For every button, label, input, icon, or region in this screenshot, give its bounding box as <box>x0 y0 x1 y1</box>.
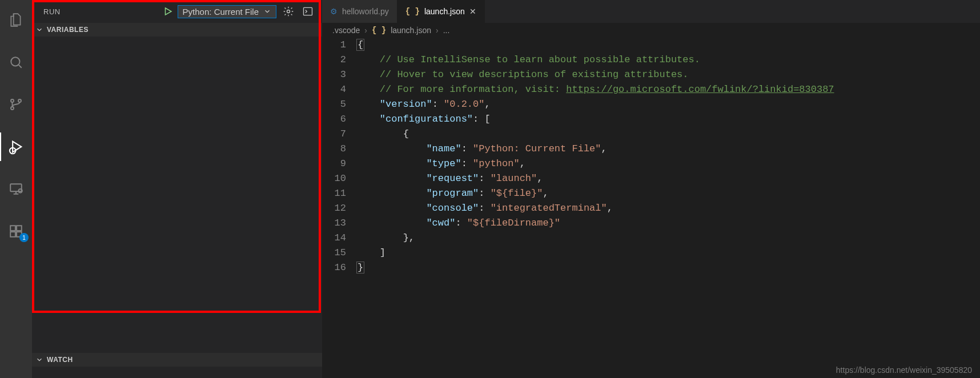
start-debug-button[interactable] <box>163 6 173 17</box>
python-icon: ⚙ <box>330 7 338 16</box>
debug-config-label: Python: Current File <box>183 7 259 17</box>
line-number: 4 <box>322 82 346 97</box>
search-icon <box>9 55 23 70</box>
svg-point-11 <box>287 10 290 13</box>
line-number: 10 <box>322 171 346 186</box>
chevron-down-icon <box>35 26 43 34</box>
svg-point-3 <box>18 99 21 102</box>
line-number: 2 <box>322 53 346 67</box>
svg-rect-10 <box>17 226 22 231</box>
chevron-down-icon <box>263 7 271 15</box>
activity-bar: 1 <box>0 0 32 378</box>
branch-icon <box>9 97 23 112</box>
svg-rect-8 <box>10 232 15 237</box>
line-number: 16 <box>322 260 346 275</box>
code-line[interactable]: "name": "Python: Current File", <box>356 142 980 156</box>
watermark: https://blog.csdn.net/weixin_39505820 <box>836 365 972 375</box>
tab-helloworld[interactable]: ⚙ helloworld.py <box>322 0 397 23</box>
code-line[interactable]: "program": "${file}", <box>356 186 980 201</box>
close-icon[interactable]: ✕ <box>469 7 476 16</box>
activity-run-debug[interactable] <box>0 132 32 161</box>
breadcrumb-segment[interactable]: .vscode <box>332 26 360 35</box>
play-icon <box>163 6 173 17</box>
debug-settings-button[interactable] <box>281 4 296 19</box>
editor-tabs: ⚙ helloworld.py { } launch.json ✕ <box>322 0 980 23</box>
code-line[interactable]: ] <box>356 246 980 260</box>
code-content[interactable]: { // Use IntelliSense to learn about pos… <box>356 38 980 378</box>
watch-section-label: WATCH <box>47 356 73 364</box>
svg-rect-7 <box>10 226 15 231</box>
code-line[interactable]: { <box>356 38 980 53</box>
line-number: 3 <box>322 67 346 82</box>
breadcrumbs[interactable]: .vscode › { } launch.json › ... <box>322 23 980 38</box>
svg-rect-12 <box>304 7 312 15</box>
remote-icon <box>9 182 23 196</box>
chevron-down-icon <box>35 356 43 364</box>
line-number: 15 <box>322 246 346 260</box>
code-line[interactable]: "version": "0.2.0", <box>356 97 980 112</box>
line-number: 6 <box>322 112 346 127</box>
breadcrumb-segment[interactable]: ... <box>443 26 450 35</box>
svg-point-0 <box>11 57 19 66</box>
code-line[interactable]: "type": "python", <box>356 156 980 171</box>
line-number: 14 <box>322 231 346 246</box>
terminal-icon <box>302 6 314 17</box>
svg-point-6 <box>18 189 22 193</box>
tab-label: helloworld.py <box>342 7 389 16</box>
debug-console-button[interactable] <box>300 4 315 19</box>
code-line[interactable]: } <box>356 260 980 275</box>
activity-search[interactable] <box>0 48 32 77</box>
gear-icon <box>283 6 294 17</box>
breadcrumb-segment[interactable]: launch.json <box>391 26 431 35</box>
editor-area: ⚙ helloworld.py { } launch.json ✕ .vscod… <box>322 0 980 378</box>
line-number: 5 <box>322 97 346 112</box>
json-icon: { } <box>405 7 420 16</box>
debug-config-select[interactable]: Python: Current File <box>178 5 276 18</box>
line-gutter: 12345678910111213141516 <box>322 38 356 378</box>
watch-section-header[interactable]: WATCH <box>32 353 322 367</box>
watch-section-body <box>32 367 322 378</box>
code-line[interactable]: }, <box>356 231 980 246</box>
json-icon: { } <box>372 26 386 35</box>
code-line[interactable]: // For more information, visit: https://… <box>356 82 980 97</box>
variables-section-label: VARIABLES <box>47 26 89 34</box>
variables-section-body <box>32 37 322 353</box>
line-number: 12 <box>322 201 346 216</box>
tab-label: launch.json <box>424 7 465 16</box>
debug-icon <box>8 139 24 155</box>
code-editor[interactable]: 12345678910111213141516 { // Use Intelli… <box>322 38 980 378</box>
svg-point-2 <box>11 107 14 110</box>
variables-section-header[interactable]: VARIABLES <box>32 23 322 37</box>
run-panel: RUN Python: Current File VARIABLES WATCH <box>32 0 322 378</box>
svg-point-1 <box>11 99 14 102</box>
line-number: 13 <box>322 216 346 231</box>
code-line[interactable]: "request": "launch", <box>356 171 980 186</box>
extensions-badge: 1 <box>19 233 29 242</box>
line-number: 11 <box>322 186 346 201</box>
activity-remote[interactable] <box>0 175 32 203</box>
activity-explorer[interactable] <box>0 6 32 34</box>
code-line[interactable]: "configurations": [ <box>356 112 980 127</box>
code-line[interactable]: // Hover to view descriptions of existin… <box>356 67 980 82</box>
code-line[interactable]: { <box>356 127 980 142</box>
code-line[interactable]: "cwd": "${fileDirname}" <box>356 216 980 231</box>
files-icon <box>9 13 23 27</box>
line-number: 7 <box>322 127 346 142</box>
activity-scm[interactable] <box>0 90 32 119</box>
line-number: 1 <box>322 38 346 53</box>
svg-rect-5 <box>10 184 22 191</box>
line-number: 8 <box>322 142 346 156</box>
chevron-right-icon: › <box>364 26 367 35</box>
chevron-right-icon: › <box>436 26 439 35</box>
tab-launch-json[interactable]: { } launch.json ✕ <box>397 0 485 23</box>
activity-extensions[interactable]: 1 <box>0 217 32 246</box>
line-number: 9 <box>322 156 346 171</box>
code-line[interactable]: // Use IntelliSense to learn about possi… <box>356 53 980 67</box>
code-line[interactable]: "console": "integratedTerminal", <box>356 201 980 216</box>
run-panel-header: RUN Python: Current File <box>32 0 322 23</box>
run-panel-title: RUN <box>43 7 61 16</box>
